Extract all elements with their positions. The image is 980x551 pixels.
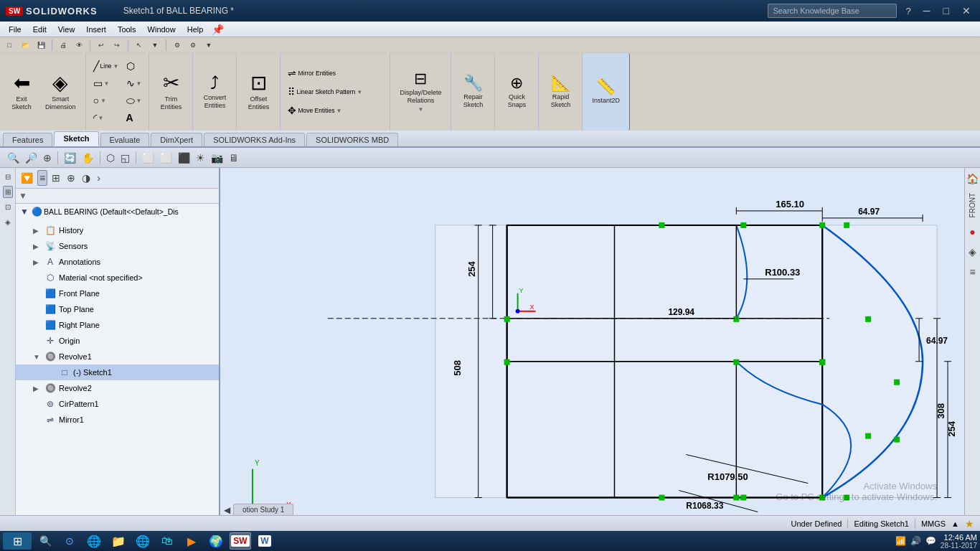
sidebar-target-icon[interactable]: ⊕ (65, 170, 77, 186)
view-solid-icon[interactable]: ⬛ (176, 151, 192, 165)
tree-sketch1[interactable]: ▶ □ (-) Sketch1 (16, 364, 219, 380)
menu-edit[interactable]: Edit (27, 24, 52, 35)
rs-list-icon[interactable]: ≡ (967, 264, 977, 280)
taskbar-browser[interactable]: 🌐 (132, 532, 154, 550)
view-orient-icon[interactable]: ⬡ (105, 151, 116, 165)
menu-insert[interactable]: Insert (80, 24, 112, 35)
line-dropdown[interactable]: ▼ (113, 63, 119, 70)
sidebar-more-icon[interactable]: › (95, 170, 103, 186)
taskbar-word[interactable]: W (254, 532, 275, 550)
tb-print-btn[interactable]: 🖨 (57, 39, 70, 52)
circle-button[interactable]: ○ ▼ (90, 93, 122, 108)
trim-entities-button[interactable]: ✂ TrimEntities (154, 70, 188, 115)
tree-history[interactable]: ▶ 📋 History (16, 222, 219, 238)
linear-pattern-dropdown[interactable]: ▼ (357, 89, 362, 95)
text-button[interactable]: A (123, 110, 145, 126)
quick-snaps-button[interactable]: ⊕ QuickSnaps (499, 72, 534, 113)
taskbar-solidworks[interactable]: SW (230, 532, 251, 550)
help-icon[interactable]: ? (903, 6, 913, 17)
tree-revolve2[interactable]: ▶ 🔘 Revolve2 (16, 380, 219, 396)
view-scene-icon[interactable]: ☀ (194, 151, 207, 165)
tab-dimxpert[interactable]: DimXpert (151, 133, 202, 146)
tree-revolve1[interactable]: ▼ 🔘 Revolve1 (16, 349, 219, 364)
menu-tools[interactable]: Tools (112, 24, 142, 35)
view-3d-icon[interactable]: ⊕ (42, 151, 53, 165)
taskbar-file-explorer[interactable]: 📁 (108, 532, 129, 550)
taskbar-cortana[interactable]: ⊙ (59, 532, 80, 550)
network-icon[interactable]: 📶 (895, 536, 906, 546)
display-state-icon[interactable]: ◈ (3, 216, 13, 228)
spline-dropdown[interactable]: ▼ (136, 80, 142, 87)
sidebar-filter-icon[interactable]: 🔽 (19, 170, 35, 186)
taskbar-vlc[interactable]: ▶ (181, 532, 202, 550)
view-camera-icon[interactable]: 📷 (209, 151, 225, 165)
tb-redo-btn[interactable]: ↪ (110, 39, 123, 52)
taskbar-ie[interactable]: 🌐 (83, 532, 105, 550)
taskbar-store[interactable]: 🛍 (156, 532, 178, 550)
view-zoom-icon[interactable]: 🔎 (24, 151, 39, 165)
tb-options-dd[interactable]: ▼ (202, 39, 215, 52)
tree-annotations[interactable]: ▶ A Annotations (16, 254, 219, 270)
volume-icon[interactable]: 🔊 (910, 536, 921, 546)
ellipse-button[interactable]: ⬭ ▼ (123, 93, 145, 108)
tb-open-btn[interactable]: 📂 (19, 39, 32, 52)
start-button[interactable]: ⊞ (3, 532, 32, 550)
taskbar-chrome[interactable]: 🌍 (205, 532, 227, 550)
ellipse-dropdown[interactable]: ▼ (136, 98, 142, 104)
tb-select-dd[interactable]: ▼ (149, 39, 161, 52)
view-rotate-icon[interactable]: 🔄 (62, 151, 77, 165)
view-wire-icon[interactable]: ⬜ (159, 151, 174, 165)
tree-front-plane[interactable]: ▶ 🟦 Front Plane (16, 286, 219, 301)
exit-sketch-button[interactable]: ⬅ ExitSketch (4, 70, 39, 115)
view-display-icon[interactable]: 🖥 (227, 151, 240, 165)
line-button[interactable]: ╱ Line ▼ (90, 58, 122, 74)
search-input[interactable] (768, 4, 897, 18)
offset-entities-button[interactable]: ⊡ OffsetEntities (241, 70, 275, 115)
tb-rebuild-btn[interactable]: ⚙ (171, 39, 184, 52)
spline-button[interactable]: ∿ ▼ (123, 75, 145, 91)
tree-cirpattern1[interactable]: ▶ ⊚ CirPattern1 (16, 396, 219, 412)
tab-evaluate[interactable]: Evaluate (100, 133, 150, 146)
notification-icon[interactable]: 💬 (925, 536, 936, 546)
menu-view[interactable]: View (52, 24, 81, 35)
tab-mbd[interactable]: SOLIDWORKS MBD (306, 133, 398, 146)
rs-color-icon[interactable]: ● (967, 224, 977, 240)
view-render-icon[interactable]: ⬜ (141, 151, 156, 165)
linear-pattern-button[interactable]: ⠿ Linear Sketch Pattern ▼ (285, 84, 385, 100)
tb-undo-btn[interactable]: ↩ (95, 39, 108, 52)
menu-help[interactable]: Help (182, 24, 209, 35)
arc-dropdown[interactable]: ▼ (98, 115, 104, 121)
sidebar-grid-icon[interactable]: ⊞ (50, 170, 62, 186)
display-delete-dropdown[interactable]: ▼ (418, 106, 424, 113)
rs-undo-icon[interactable]: ◈ (966, 244, 979, 260)
units-arrow[interactable]: ▲ (951, 519, 959, 528)
tb-save-btn[interactable]: 💾 (34, 39, 47, 52)
menu-window[interactable]: Window (142, 24, 182, 35)
property-icon[interactable]: ⊟ (3, 171, 13, 183)
rect-button[interactable]: ▭ ▼ (90, 75, 122, 91)
config-icon[interactable]: ⊡ (3, 201, 13, 213)
tree-right-plane[interactable]: ▶ 🟦 Right Plane (16, 317, 219, 333)
taskbar-search[interactable]: 🔍 (34, 532, 56, 550)
move-entities-button[interactable]: ✥ Move Entities ▼ (285, 103, 385, 118)
tree-root-item[interactable]: ▼ 🔵 BALL BEARING (Default<<Default>_Dis (16, 204, 219, 220)
tb-preview-btn[interactable]: 👁 (72, 39, 85, 52)
pin-icon[interactable]: 📌 (212, 24, 224, 35)
rect-dropdown[interactable]: ▼ (104, 80, 110, 87)
tree-top-plane[interactable]: ▶ 🟦 Top Plane (16, 301, 219, 317)
menu-file[interactable]: File (3, 24, 27, 35)
rapid-sketch-button[interactable]: 📐 RapidSketch (543, 72, 578, 113)
sidebar-pie-icon[interactable]: ◑ (80, 170, 93, 186)
sidebar-list-icon[interactable]: ≡ (37, 170, 47, 186)
move-dropdown[interactable]: ▼ (336, 108, 341, 114)
view-pan-icon[interactable]: ✋ (80, 151, 95, 165)
tree-mirror1[interactable]: ▶ ⇌ Mirror1 (16, 412, 219, 428)
tb-options-btn[interactable]: ⚙ (187, 39, 199, 52)
view-search-icon[interactable]: 🔍 (6, 151, 21, 165)
tb-select-btn[interactable]: ↖ (133, 39, 146, 52)
tab-features[interactable]: Features (3, 133, 52, 146)
rs-house-icon[interactable]: 🏠 (964, 171, 980, 187)
display-delete-button[interactable]: ⊟ Display/DeleteRelations ▼ (395, 67, 446, 117)
minimize-button[interactable]: ─ (920, 5, 934, 17)
tree-sensors[interactable]: ▶ 📡 Sensors (16, 238, 219, 254)
